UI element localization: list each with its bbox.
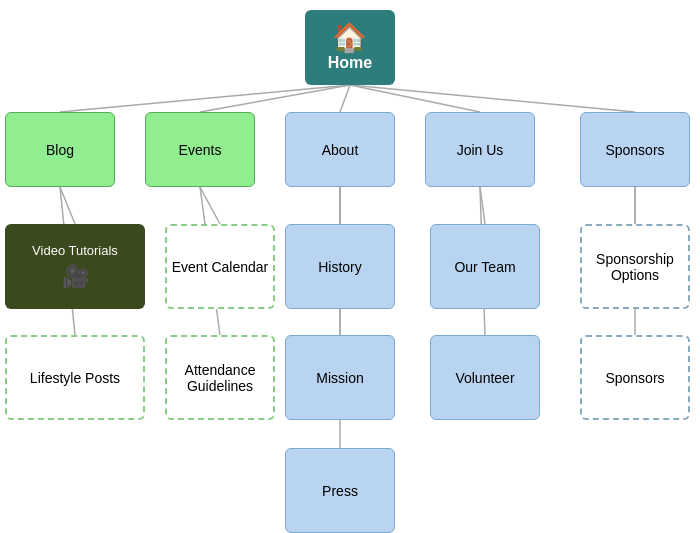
lifestyle-posts-node[interactable]: Lifestyle Posts — [5, 335, 145, 420]
events-label: Events — [179, 142, 222, 158]
svg-line-2 — [340, 85, 350, 112]
joinus-label: Join Us — [457, 142, 504, 158]
press-label: Press — [322, 483, 358, 499]
attendance-guidelines-label: Attendance Guidelines — [167, 362, 273, 394]
sponsors-node[interactable]: Sponsors — [580, 112, 690, 187]
sponsorship-options-label: Sponsorship Options — [582, 251, 688, 283]
events-node[interactable]: Events — [145, 112, 255, 187]
history-label: History — [318, 259, 362, 275]
home-label: Home — [328, 54, 372, 72]
blog-label: Blog — [46, 142, 74, 158]
video-tutorials-label: Video Tutorials — [32, 243, 118, 258]
svg-line-7 — [200, 187, 220, 224]
lifestyle-posts-label: Lifestyle Posts — [30, 370, 120, 386]
volunteer-label: Volunteer — [455, 370, 514, 386]
svg-line-3 — [350, 85, 480, 112]
sponsors-label: Sponsors — [605, 142, 664, 158]
svg-line-1 — [200, 85, 350, 112]
mission-node[interactable]: Mission — [285, 335, 395, 420]
home-icon: 🏠 — [332, 24, 367, 52]
svg-line-12 — [480, 187, 485, 224]
svg-line-0 — [60, 85, 350, 112]
camera-icon: 🎥 — [62, 264, 89, 290]
blog-node[interactable]: Blog — [5, 112, 115, 187]
joinus-node[interactable]: Join Us — [425, 112, 535, 187]
ourteam-label: Our Team — [454, 259, 515, 275]
video-tutorials-node[interactable]: Video Tutorials 🎥 — [5, 224, 145, 309]
about-label: About — [322, 142, 359, 158]
sponsors2-node[interactable]: Sponsors — [580, 335, 690, 420]
sponsorship-options-node[interactable]: Sponsorship Options — [580, 224, 690, 309]
press-node[interactable]: Press — [285, 448, 395, 533]
svg-line-5 — [60, 187, 75, 224]
svg-line-4 — [350, 85, 635, 112]
history-node[interactable]: History — [285, 224, 395, 309]
ourteam-node[interactable]: Our Team — [430, 224, 540, 309]
volunteer-node[interactable]: Volunteer — [430, 335, 540, 420]
mission-label: Mission — [316, 370, 363, 386]
event-calendar-label: Event Calendar — [172, 259, 269, 275]
about-node[interactable]: About — [285, 112, 395, 187]
attendance-guidelines-node[interactable]: Attendance Guidelines — [165, 335, 275, 420]
home-node[interactable]: 🏠 Home — [305, 10, 395, 85]
sponsors2-label: Sponsors — [605, 370, 664, 386]
event-calendar-node[interactable]: Event Calendar — [165, 224, 275, 309]
